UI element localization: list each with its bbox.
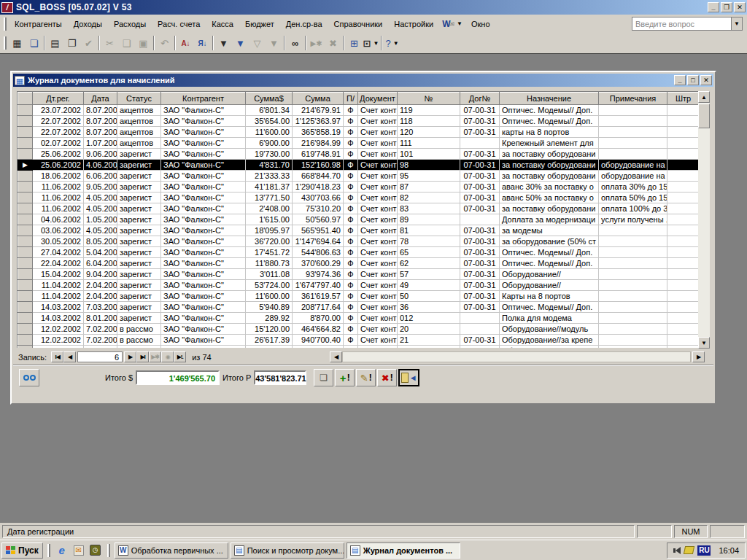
cell-prim[interactable]: [599, 149, 667, 160]
cell-doc[interactable]: Счет конт: [358, 149, 398, 160]
cell-prim[interactable]: [599, 269, 667, 280]
cell-num[interactable]: 111: [398, 138, 460, 149]
cell-usd[interactable]: 6'801.34: [246, 105, 293, 116]
cell-nazn[interactable]: Карты на 8 портов: [500, 291, 599, 302]
cell-doc[interactable]: Счет конт: [358, 346, 398, 349]
minimize-button[interactable]: _: [674, 75, 686, 85]
column-header[interactable]: Назначение: [500, 93, 599, 105]
table-row[interactable]: 03.06.20024.05.200зарегистЗАО "Фалкон-С"…: [18, 225, 699, 236]
cell-dog[interactable]: 07-00-31: [460, 182, 500, 192]
cell-nazn[interactable]: за поставку оборудовани: [500, 160, 599, 171]
cell-doc[interactable]: Счет конт: [358, 214, 398, 225]
cell-data[interactable]: 9.05.200: [84, 182, 117, 192]
cell-pl[interactable]: Ф: [344, 105, 358, 116]
cell-kontr[interactable]: ЗАО "Фалкон-С": [161, 280, 246, 291]
cell-dtreg[interactable]: 22.07.2002: [33, 116, 84, 127]
cell-usd[interactable]: 11'600.00: [246, 127, 293, 138]
cell-shtr[interactable]: [667, 192, 699, 203]
cell-dtreg[interactable]: 11.06.2002: [33, 203, 84, 214]
cell-kontr[interactable]: ЗАО "Фалкон-С": [161, 236, 246, 247]
cell-doc[interactable]: Счет конт: [358, 225, 398, 236]
cell-dog[interactable]: 07-00-31: [460, 192, 500, 203]
cell-num[interactable]: 50: [398, 291, 460, 302]
cell-shtr[interactable]: [667, 214, 699, 225]
undo-button[interactable]: ↶: [156, 35, 173, 51]
cell-status[interactable]: в рассмо: [117, 346, 161, 349]
table-row[interactable]: 22.07.20028.07.200акцептовЗАО "Фалкон-С"…: [18, 116, 699, 127]
ask-question-combobox[interactable]: Введите вопрос ▼: [632, 17, 743, 31]
first-record-button[interactable]: I◀: [51, 351, 63, 362]
table-row[interactable]: 27.04.20025.04.200зарегистЗАО "Фалкон-С"…: [18, 247, 699, 258]
cell-dog[interactable]: 07-00-31: [460, 171, 500, 182]
cell-nazn[interactable]: за оборудование (50% ст: [500, 236, 599, 247]
outlook-icon[interactable]: ✉: [71, 543, 86, 558]
cell-data[interactable]: 4.06.200: [84, 160, 117, 171]
cell-status[interactable]: акцептов: [117, 105, 161, 116]
find-button[interactable]: ∞: [287, 35, 303, 51]
menu-item-ден-ср-ва[interactable]: Ден.ср-ва: [280, 18, 328, 31]
cell-data[interactable]: 8.07.200: [84, 127, 117, 138]
media-icon[interactable]: ◷: [88, 543, 103, 558]
cell-pl[interactable]: Ф: [344, 258, 358, 269]
cell-rub[interactable]: 1'290'418.23: [293, 182, 344, 192]
cell-status[interactable]: в рассмо: [117, 335, 161, 346]
cell-num[interactable]: 49: [398, 280, 460, 291]
cell-kontr[interactable]: ЗАО "Фалкон-С": [161, 225, 246, 236]
cell-nazn[interactable]: Оптичес. Модемы// Доп.: [500, 247, 599, 258]
cell-data[interactable]: 9.04.200: [84, 269, 117, 280]
row-selector[interactable]: [18, 214, 33, 225]
table-row[interactable]: 11.06.20024.05.200зарегистЗАО "Фалкон-С"…: [18, 203, 699, 214]
cell-data[interactable]: 2.04.200: [84, 280, 117, 291]
close-button[interactable]: ✕: [734, 2, 746, 12]
toolbar-grip[interactable]: [4, 36, 7, 50]
cell-pl[interactable]: Ф: [344, 324, 358, 335]
cell-shtr[interactable]: [667, 269, 699, 280]
cell-rub[interactable]: 361'619.57: [293, 291, 344, 302]
cell-nazn[interactable]: Оптичес. Модемы// Доп.: [500, 116, 599, 127]
cell-nazn[interactable]: аванс 50% за поставку о: [500, 192, 599, 203]
cell-prim[interactable]: [599, 105, 667, 116]
column-header[interactable]: №: [398, 93, 460, 105]
menu-publish-item[interactable]: W✉ ▼: [439, 18, 465, 30]
cell-shtr[interactable]: [667, 324, 699, 335]
table-row[interactable]: 13.02.20027.02.200в рассмоЗАО "Фалкон-С"…: [18, 346, 699, 349]
cell-nazn[interactable]: Оборудование//модуль: [500, 324, 599, 335]
goto-record-button[interactable]: ▶!.: [174, 351, 186, 362]
cell-shtr[interactable]: [667, 105, 699, 116]
cell-doc[interactable]: Счет конт: [358, 247, 398, 258]
cell-dog[interactable]: 07-00-31: [460, 203, 500, 214]
column-header[interactable]: Дата: [84, 93, 117, 105]
cell-prim[interactable]: оплата 100% до 3: [599, 203, 667, 214]
vertical-scrollbar[interactable]: ▲ ▼: [698, 91, 710, 349]
cell-usd[interactable]: 15'120.00: [246, 324, 293, 335]
cell-shtr[interactable]: [667, 149, 699, 160]
cell-status[interactable]: зарегист: [117, 182, 161, 192]
table-row[interactable]: 04.06.20021.05.200зарегистЗАО "Фалкон-С"…: [18, 214, 699, 225]
cell-doc[interactable]: Счет конт: [358, 236, 398, 247]
cell-num[interactable]: 89: [398, 214, 460, 225]
cell-usd[interactable]: 1'615.00: [246, 214, 293, 225]
cell-dtreg[interactable]: 14.03.2002: [33, 313, 84, 324]
row-selector[interactable]: [18, 335, 33, 346]
cell-dog[interactable]: 07-00-31: [460, 225, 500, 236]
taskbar-task-button[interactable]: ▤Поиск и просмотр докум...: [231, 542, 344, 559]
cell-kontr[interactable]: ЗАО "Фалкон-С": [161, 291, 246, 302]
cell-dtreg[interactable]: 12.02.2002: [33, 335, 84, 346]
cell-dog[interactable]: 07-00-31: [460, 160, 500, 171]
keyboard-layout-icon[interactable]: [684, 546, 694, 554]
cell-pl[interactable]: Ф: [344, 127, 358, 138]
cell-shtr[interactable]: [667, 302, 699, 313]
cell-pl[interactable]: Ф: [344, 302, 358, 313]
row-selector[interactable]: [18, 192, 33, 203]
cell-shtr[interactable]: [667, 116, 699, 127]
cell-num[interactable]: 78: [398, 236, 460, 247]
cell-prim[interactable]: оплата 50% до 15: [599, 192, 667, 203]
cell-dtreg[interactable]: 11.04.2002: [33, 280, 84, 291]
print-preview-button[interactable]: ❐: [63, 35, 80, 51]
cell-num[interactable]: 62: [398, 258, 460, 269]
cell-usd[interactable]: 2'408.00: [246, 203, 293, 214]
cell-kontr[interactable]: ЗАО "Фалкон-С": [161, 214, 246, 225]
cell-pl[interactable]: Ф: [344, 236, 358, 247]
cell-dog[interactable]: 07-00-31: [460, 127, 500, 138]
menu-item-справочники[interactable]: Справочники: [328, 18, 389, 31]
